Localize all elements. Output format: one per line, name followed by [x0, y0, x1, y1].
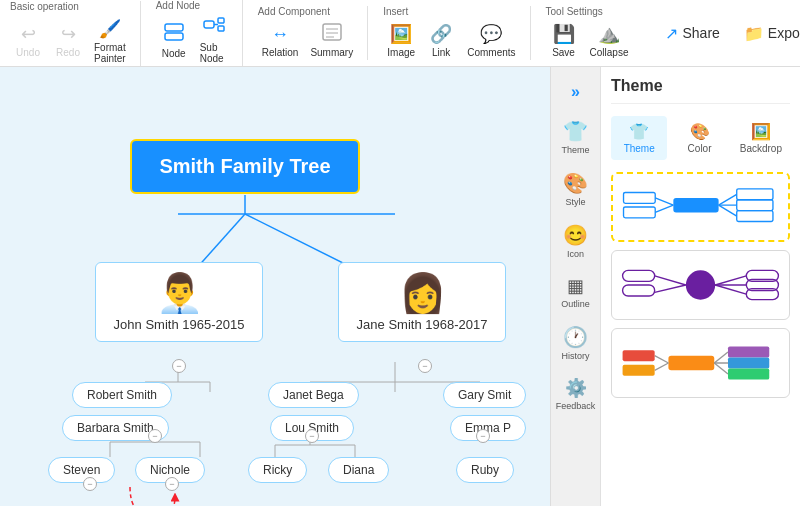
- root-label: Smith Family Tree: [159, 155, 330, 177]
- theme-card-2[interactable]: [611, 250, 790, 320]
- tab-theme[interactable]: 👕 Theme: [611, 116, 667, 160]
- sub-node-button[interactable]: Sub Node: [196, 15, 232, 66]
- summary-icon: [322, 23, 342, 45]
- barbara-collapse[interactable]: −: [148, 429, 162, 443]
- sidebar-style[interactable]: 🎨 Style: [553, 165, 599, 213]
- node-button[interactable]: Node: [156, 21, 192, 61]
- add-component-group: Add Component ↔ Relation Summary: [258, 6, 369, 60]
- canvas[interactable]: Smith Family Tree 👨‍💼 John Smith 1965-20…: [0, 67, 550, 506]
- node-label: Node: [162, 48, 186, 59]
- child-node-gary[interactable]: Gary Smit: [443, 382, 526, 408]
- sidebar-style-icon: 🎨: [563, 171, 588, 195]
- image-button[interactable]: 🖼️ Image: [383, 21, 419, 60]
- sidebar-feedback[interactable]: ⚙️ Feedback: [553, 371, 599, 417]
- svg-rect-52: [623, 285, 655, 296]
- add-node-label: Add Node: [156, 0, 200, 11]
- barbara-label: Barbara Smith: [77, 421, 154, 435]
- format-painter-button[interactable]: 🖌️ Format Painter: [90, 16, 130, 66]
- collapse-icon: ⛰️: [598, 23, 620, 45]
- sidebar-icon-label: Icon: [567, 249, 584, 259]
- jane-collapse[interactable]: −: [418, 359, 432, 373]
- ruby-label: Ruby: [471, 463, 499, 477]
- person-node-john[interactable]: 👨‍💼 John Smith 1965-2015: [95, 262, 263, 342]
- save-icon: 💾: [553, 23, 575, 45]
- sidebar-outline[interactable]: ▦ Outline: [553, 269, 599, 315]
- svg-rect-58: [728, 358, 769, 369]
- svg-line-34: [719, 205, 737, 216]
- lou-collapse[interactable]: −: [305, 429, 319, 443]
- tab-color[interactable]: 🎨 Color: [671, 116, 727, 160]
- child-node-diana[interactable]: Diana: [328, 457, 389, 483]
- sidebar-history[interactable]: 🕐 History: [553, 319, 599, 367]
- theme-card-3[interactable]: [611, 328, 790, 398]
- sidebar-feedback-label: Feedback: [556, 401, 596, 411]
- comments-button[interactable]: 💬 Comments: [463, 21, 519, 60]
- save-button[interactable]: 💾 Save: [546, 21, 582, 60]
- insert-group: Insert 🖼️ Image 🔗 Link 💬 Comments: [383, 6, 530, 60]
- child-node-steven[interactable]: Steven: [48, 457, 115, 483]
- relation-icon: ↔: [271, 24, 289, 45]
- undo-icon: ↩: [21, 23, 36, 45]
- svg-rect-37: [737, 211, 773, 222]
- john-collapse[interactable]: −: [172, 359, 186, 373]
- tool-settings-label: Tool Settings: [546, 6, 603, 17]
- tab-backdrop-label: Backdrop: [740, 143, 782, 154]
- svg-line-38: [655, 198, 673, 205]
- relation-label: Relation: [262, 47, 299, 58]
- child-node-ruby[interactable]: Ruby: [456, 457, 514, 483]
- svg-rect-5: [218, 26, 224, 31]
- share-label: Share: [682, 25, 719, 41]
- svg-rect-57: [728, 347, 769, 358]
- tab-backdrop[interactable]: 🖼️ Backdrop: [732, 116, 790, 160]
- robert-label: Robert Smith: [87, 388, 157, 402]
- node-icon: [164, 23, 184, 46]
- sidebar-icon[interactable]: 😊 Icon: [553, 217, 599, 265]
- child-node-robert[interactable]: Robert Smith: [72, 382, 172, 408]
- root-node[interactable]: Smith Family Tree: [130, 139, 360, 194]
- comments-icon: 💬: [480, 23, 502, 45]
- tool-settings-group: Tool Settings 💾 Save ⛰️ Collapse: [546, 6, 643, 60]
- link-button[interactable]: 🔗 Link: [423, 21, 459, 60]
- nichole-collapse[interactable]: −: [165, 477, 179, 491]
- person-node-jane[interactable]: 👩 Jane Smith 1968-2017: [338, 262, 506, 342]
- svg-rect-2: [204, 21, 214, 28]
- redo-button[interactable]: ↪ Redo: [50, 21, 86, 60]
- svg-line-43: [655, 276, 686, 285]
- export-button[interactable]: 📁 Export: [736, 20, 800, 47]
- john-name: John Smith 1965-2015: [114, 317, 245, 332]
- expand-button[interactable]: »: [563, 75, 588, 109]
- relation-button[interactable]: ↔ Relation: [258, 22, 303, 60]
- gary-collapse[interactable]: −: [476, 429, 490, 443]
- svg-rect-36: [737, 200, 773, 211]
- collapse-button[interactable]: ⛰️ Collapse: [586, 21, 633, 60]
- share-button[interactable]: ↗ Share: [657, 20, 727, 47]
- comments-label: Comments: [467, 47, 515, 58]
- child-node-janet[interactable]: Janet Bega: [268, 382, 359, 408]
- sidebar-theme-icon: 👕: [563, 119, 588, 143]
- theme-card-1[interactable]: [611, 172, 790, 242]
- format-painter-label: Format Painter: [94, 42, 126, 64]
- summary-button[interactable]: Summary: [306, 21, 357, 60]
- sidebar-style-label: Style: [565, 197, 585, 207]
- add-component-label: Add Component: [258, 6, 330, 17]
- steven-collapse[interactable]: −: [83, 477, 97, 491]
- basic-operation-group: Basic operation ↩ Undo ↪ Redo 🖌️ Format …: [10, 1, 141, 66]
- child-node-ricky[interactable]: Ricky: [248, 457, 307, 483]
- sidebar-history-icon: 🕐: [563, 325, 588, 349]
- svg-rect-41: [624, 207, 656, 218]
- diana-label: Diana: [343, 463, 374, 477]
- sidebar-outline-icon: ▦: [567, 275, 584, 297]
- sidebar-theme[interactable]: 👕 Theme: [553, 113, 599, 161]
- svg-rect-35: [737, 189, 773, 200]
- svg-rect-51: [623, 270, 655, 281]
- panel-content: Theme 👕 Theme 🎨 Color 🖼️ Backdrop: [601, 67, 800, 506]
- collapse-label: Collapse: [590, 47, 629, 58]
- svg-line-54: [714, 352, 728, 363]
- svg-line-32: [719, 194, 737, 205]
- svg-line-45: [715, 276, 746, 285]
- panel-title: Theme: [611, 77, 790, 104]
- sidebar-outline-label: Outline: [561, 299, 590, 309]
- svg-rect-63: [623, 365, 655, 376]
- undo-button[interactable]: ↩ Undo: [10, 21, 46, 60]
- tool-settings-items: 💾 Save ⛰️ Collapse: [546, 21, 633, 60]
